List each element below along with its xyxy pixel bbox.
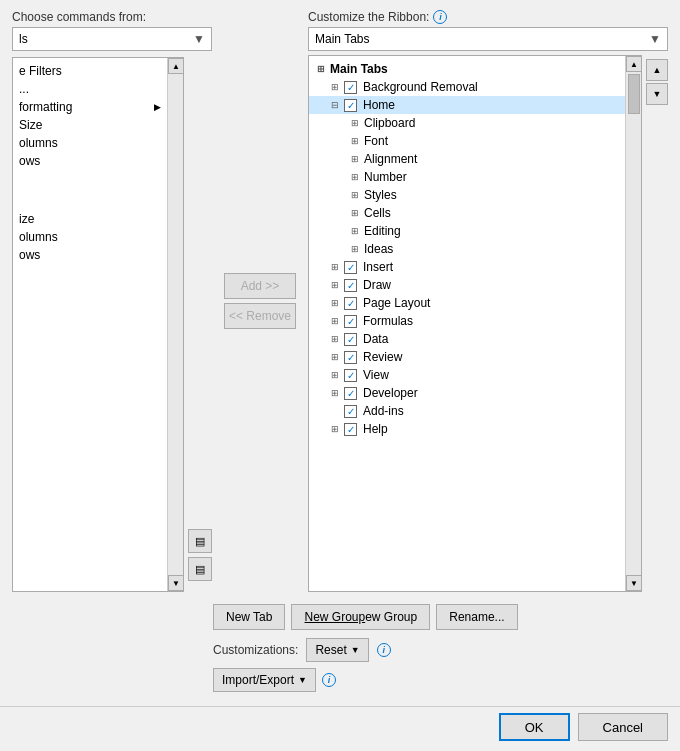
import-dropdown-arrow: ▼ bbox=[298, 675, 307, 685]
ribbon-dropdown-arrow: ▼ bbox=[649, 32, 661, 46]
expand-icon: ⊞ bbox=[331, 370, 341, 380]
ribbon-dropdown[interactable]: Main Tabs ▼ bbox=[308, 27, 668, 51]
customize-info-icon: i bbox=[433, 10, 447, 24]
expand-icon: ⊞ bbox=[331, 316, 341, 326]
list-item[interactable]: ows bbox=[15, 246, 165, 264]
list-item-ideas[interactable]: ⊞ Ideas bbox=[309, 240, 625, 258]
expand-icon: ⊞ bbox=[331, 334, 341, 344]
list-item-home[interactable]: ⊟ Home bbox=[309, 96, 625, 114]
checkbox-review[interactable] bbox=[344, 351, 357, 364]
reset-dropdown-arrow: ▼ bbox=[351, 645, 360, 655]
import-export-button[interactable]: Import/Export ▼ bbox=[213, 668, 316, 692]
remove-button[interactable]: << Remove bbox=[224, 303, 296, 329]
list-item[interactable]: Size bbox=[15, 116, 165, 134]
list-item[interactable]: ows bbox=[15, 152, 165, 170]
commands-dropdown-value: ls bbox=[19, 32, 28, 46]
move-down-button[interactable]: ▼ bbox=[646, 83, 668, 105]
scroll-up-btn[interactable]: ▲ bbox=[626, 56, 642, 72]
list-item-review[interactable]: ⊞ Review bbox=[309, 348, 625, 366]
list-item-developer[interactable]: ⊞ Developer bbox=[309, 384, 625, 402]
list-item[interactable]: ize bbox=[15, 210, 165, 228]
expand-icon: ⊞ bbox=[351, 118, 361, 128]
add-button[interactable]: Add >> bbox=[224, 273, 296, 299]
checkbox-home[interactable] bbox=[344, 99, 357, 112]
expand-icon: ⊞ bbox=[351, 208, 361, 218]
list-item-bg-removal[interactable]: ⊞ Background Removal bbox=[309, 78, 625, 96]
commands-dropdown[interactable]: ls ▼ bbox=[12, 27, 212, 51]
move-up-button[interactable]: ▲ bbox=[646, 59, 668, 81]
from-label: Choose commands from: bbox=[12, 10, 212, 24]
expand-icon: ⊞ bbox=[331, 262, 341, 272]
rename-button[interactable]: Rename... bbox=[436, 604, 517, 630]
expand-icon: ⊞ bbox=[331, 424, 341, 434]
list-item-styles[interactable]: ⊞ Styles bbox=[309, 186, 625, 204]
list-item[interactable]: ... bbox=[15, 80, 165, 98]
expand-icon: ⊟ bbox=[331, 100, 341, 110]
list-item-draw[interactable]: ⊞ Draw bbox=[309, 276, 625, 294]
ribbon-list: ⊞ Main Tabs ⊞ Background Removal ⊟ bbox=[308, 55, 642, 592]
list-item-addins[interactable]: ⊞ Add-ins bbox=[309, 402, 625, 420]
expand-icon: ⊞ bbox=[331, 388, 341, 398]
expand-icon: ⊞ bbox=[351, 226, 361, 236]
checkbox-bg-removal[interactable] bbox=[344, 81, 357, 94]
ribbon-dropdown-value: Main Tabs bbox=[315, 32, 369, 46]
list-scroll-up[interactable]: ▲ bbox=[168, 58, 184, 74]
filter-icon-btn[interactable]: ▤ bbox=[188, 529, 212, 553]
checkbox-developer[interactable] bbox=[344, 387, 357, 400]
dialog-footer: OK Cancel bbox=[0, 706, 680, 751]
list-item-formulas[interactable]: ⊞ Formulas bbox=[309, 312, 625, 330]
checkbox-view[interactable] bbox=[344, 369, 357, 382]
expand-arrow-icon: ▶ bbox=[154, 102, 161, 112]
new-group-button[interactable]: New Groupew Group bbox=[291, 604, 430, 630]
ribbon-scrollbar: ▲ ▼ bbox=[625, 56, 641, 591]
new-tab-button[interactable]: New Tab bbox=[213, 604, 285, 630]
list-item-editing[interactable]: ⊞ Editing bbox=[309, 222, 625, 240]
checkbox-addins[interactable] bbox=[344, 405, 357, 418]
list-item-view[interactable]: ⊞ View bbox=[309, 366, 625, 384]
expand-icon: ⊞ bbox=[331, 82, 341, 92]
customizations-label: Customizations: bbox=[213, 643, 298, 657]
expand-icon: ⊞ bbox=[351, 244, 361, 254]
customizations-info-icon: i bbox=[377, 643, 391, 657]
scroll-down-btn[interactable]: ▼ bbox=[626, 575, 642, 591]
list-item[interactable]: e Filters bbox=[15, 62, 165, 80]
expand-icon: ⊞ bbox=[331, 298, 341, 308]
list-item-number[interactable]: ⊞ Number bbox=[309, 168, 625, 186]
scroll-thumb bbox=[628, 74, 640, 114]
ok-button[interactable]: OK bbox=[499, 713, 570, 741]
expand-icon: ⊞ bbox=[317, 64, 327, 74]
import-info-icon: i bbox=[322, 673, 336, 687]
list-item-font[interactable]: ⊞ Font bbox=[309, 132, 625, 150]
list-item-insert[interactable]: ⊞ Insert bbox=[309, 258, 625, 276]
expand-icon: ⊞ bbox=[351, 136, 361, 146]
commands-dropdown-arrow: ▼ bbox=[193, 32, 205, 46]
list-item[interactable]: olumns bbox=[15, 228, 165, 246]
list-item-help[interactable]: ⊞ Help bbox=[309, 420, 625, 438]
checkbox-data[interactable] bbox=[344, 333, 357, 346]
list-item-page-layout[interactable]: ⊞ Page Layout bbox=[309, 294, 625, 312]
checkbox-formulas[interactable] bbox=[344, 315, 357, 328]
list-item-main-tabs[interactable]: ⊞ Main Tabs bbox=[309, 60, 625, 78]
reset-button[interactable]: Reset ▼ bbox=[306, 638, 368, 662]
list-item-alignment[interactable]: ⊞ Alignment bbox=[309, 150, 625, 168]
checkbox-draw[interactable] bbox=[344, 279, 357, 292]
list-item[interactable]: olumns bbox=[15, 134, 165, 152]
cancel-button[interactable]: Cancel bbox=[578, 713, 668, 741]
expand-icon: ⊞ bbox=[351, 190, 361, 200]
checkbox-page-layout[interactable] bbox=[344, 297, 357, 310]
list-item-data[interactable]: ⊞ Data bbox=[309, 330, 625, 348]
checkbox-insert[interactable] bbox=[344, 261, 357, 274]
customize-label: Customize the Ribbon: i bbox=[308, 10, 668, 24]
order-arrows: ▲ ▼ bbox=[646, 55, 668, 592]
expand-icon: ⊞ bbox=[351, 172, 361, 182]
ribbon-list-inner: ⊞ Main Tabs ⊞ Background Removal ⊟ bbox=[309, 56, 641, 591]
list-scroll-down[interactable]: ▼ bbox=[168, 575, 184, 591]
commands-list: e Filters ... formatting ▶ Size olumns o… bbox=[12, 57, 184, 592]
filter-icon-btn2[interactable]: ▤ bbox=[188, 557, 212, 581]
expand-icon: ⊞ bbox=[351, 154, 361, 164]
list-item-clipboard[interactable]: ⊞ Clipboard bbox=[309, 114, 625, 132]
list-item[interactable]: formatting ▶ bbox=[15, 98, 165, 116]
list-item-cells[interactable]: ⊞ Cells bbox=[309, 204, 625, 222]
checkbox-help[interactable] bbox=[344, 423, 357, 436]
expand-icon: ⊞ bbox=[331, 352, 341, 362]
